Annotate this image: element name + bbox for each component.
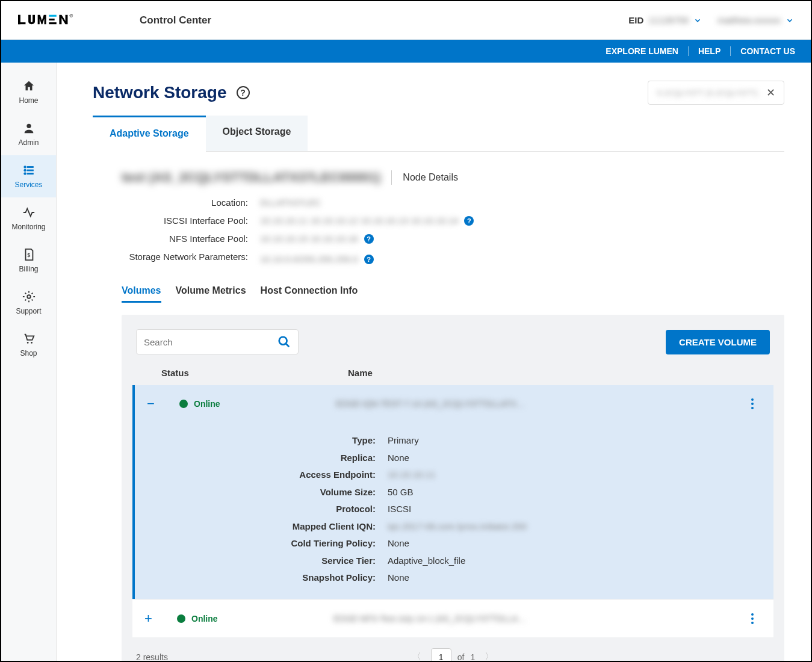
sidebar-item-support[interactable]: Support xyxy=(1,282,56,324)
search-icon[interactable] xyxy=(277,335,291,348)
detail-label: Protocol: xyxy=(147,501,376,518)
search-input[interactable] xyxy=(144,337,277,347)
tab-host-connection[interactable]: Host Connection Info xyxy=(261,280,358,303)
detail-label: Cold Tiering Policy: xyxy=(147,535,376,552)
status-text: Online xyxy=(194,399,220,409)
primary-tabs: Adaptive Storage Object Storage xyxy=(93,116,784,152)
detail-label: Type: xyxy=(147,432,376,450)
sidebar-item-home[interactable]: Home xyxy=(1,71,56,113)
secondary-tabs: Volumes Volume Metrics Host Connection I… xyxy=(122,280,784,303)
svg-rect-8 xyxy=(27,167,33,168)
collapse-icon[interactable]: − xyxy=(147,396,161,412)
status-dot-icon xyxy=(177,614,185,623)
detail-label: Service Tier: xyxy=(147,552,376,570)
prev-page-icon[interactable]: 〈 xyxy=(408,648,425,661)
detail-label: Mapped Client IQN: xyxy=(147,518,376,536)
svg-point-11 xyxy=(23,173,26,175)
sidebar-item-services[interactable]: Services xyxy=(1,155,56,197)
top-header: ® Control Center EID 11128759 matthew.xx… xyxy=(1,1,811,40)
next-page-icon[interactable]: 〉 xyxy=(481,648,498,661)
sidebar-item-label: Monitoring xyxy=(11,223,45,231)
sidebar-item-billing[interactable]: $ Billing xyxy=(1,240,56,282)
val-storage-net: 10.10.0.0/255.255.255.0 xyxy=(260,250,358,268)
svg-text:$: $ xyxy=(27,252,30,258)
sidebar-item-label: Billing xyxy=(19,265,38,273)
activity-icon xyxy=(22,206,36,219)
pagination: 2 results 〈 of 1 〉 xyxy=(132,637,773,661)
val-iscsi: 10.10.10.11 10.10.10.12 10.10.10.13 10.1… xyxy=(260,212,458,230)
svg-line-18 xyxy=(286,344,290,347)
close-icon[interactable]: ✕ xyxy=(766,86,775,99)
detail-label: Access Endpoint: xyxy=(147,466,376,484)
svg-rect-1 xyxy=(18,22,25,24)
sidebar-item-label: Support xyxy=(16,307,41,315)
detail-value: Primary xyxy=(388,432,527,450)
detail-value: iqn.2017-06.com.lynxx.initiator.200 xyxy=(388,518,527,536)
page-of-label: of xyxy=(457,652,465,661)
chevron-down-icon xyxy=(786,16,794,25)
create-volume-button[interactable]: CREATE VOLUME xyxy=(666,330,770,354)
nav-explore[interactable]: EXPLORE LUMEN xyxy=(596,46,689,56)
status-text: Online xyxy=(191,614,218,623)
lumen-logo[interactable]: ® xyxy=(18,13,102,28)
results-count: 2 results xyxy=(136,652,168,661)
info-icon[interactable]: ? xyxy=(464,216,474,226)
svg-rect-10 xyxy=(27,170,33,171)
eid-value: 11128759 xyxy=(648,15,689,25)
tab-volume-metrics[interactable]: Volume Metrics xyxy=(176,280,246,303)
detail-value: None xyxy=(388,569,527,587)
detail-value: ISCSI xyxy=(388,501,527,518)
main-content: Network Storage ? 5-2CQLYSTT (5-2CQLYSTT… xyxy=(57,63,811,661)
eid-selector[interactable]: EID 11128759 xyxy=(628,15,702,25)
svg-point-15 xyxy=(26,342,28,344)
kebab-menu-icon[interactable] xyxy=(743,398,761,409)
svg-rect-12 xyxy=(27,173,33,175)
val-location: DLLATX37LEC xyxy=(260,194,321,212)
chevron-down-icon xyxy=(693,16,702,25)
cart-icon xyxy=(22,332,36,345)
nav-contact[interactable]: CONTACT US xyxy=(731,46,795,56)
page-total: 1 xyxy=(470,652,475,661)
row-name: EDGE-NFS-Test-July-14-1 (AS_2CQLYSTTDLLA… xyxy=(333,614,743,623)
app-title: Control Center xyxy=(140,14,211,26)
svg-rect-4 xyxy=(49,22,56,24)
node-details-block: test (AS_2CQLYSTTDLLATX37LEC00001) Node … xyxy=(93,152,784,280)
svg-point-7 xyxy=(23,166,26,169)
user-name: matthew.xxxxxx xyxy=(717,15,781,25)
sidebar-item-label: Shop xyxy=(20,349,37,357)
kebab-menu-icon[interactable] xyxy=(743,613,761,624)
label-nfs: NFS Interface Pool: xyxy=(122,230,248,248)
sidebar-item-monitoring[interactable]: Monitoring xyxy=(1,197,56,240)
info-icon[interactable]: ? xyxy=(364,234,374,244)
nav-help[interactable]: HELP xyxy=(689,46,731,56)
node-details-link[interactable]: Node Details xyxy=(403,172,458,183)
detail-value: Adaptive_block_file xyxy=(388,552,527,570)
user-icon xyxy=(22,122,36,135)
expand-icon[interactable]: + xyxy=(144,611,159,626)
node-title: test (AS_2CQLYSTTDLLATX37LEC00001) xyxy=(122,170,380,185)
page-input[interactable] xyxy=(431,648,451,661)
tab-adaptive-storage[interactable]: Adaptive Storage xyxy=(93,116,206,152)
svg-rect-2 xyxy=(49,14,56,16)
row-name: EDGE-IQN-TEST-7-14 (AS_2CQLYSTTDLLATX… xyxy=(336,399,743,409)
svg-rect-3 xyxy=(49,18,54,20)
svg-point-16 xyxy=(31,342,33,344)
info-icon[interactable]: ? xyxy=(364,255,374,264)
sidebar-item-label: Admin xyxy=(18,138,39,147)
svg-text:®: ® xyxy=(70,13,73,19)
sidebar-item-label: Services xyxy=(14,181,42,189)
svg-point-9 xyxy=(23,169,26,172)
help-icon[interactable]: ? xyxy=(237,86,250,99)
tab-object-storage[interactable]: Object Storage xyxy=(206,116,308,151)
status-dot-icon xyxy=(179,400,188,408)
table-row: + Online EDGE-NFS-Test-July-14-1 (AS_2CQ… xyxy=(132,600,773,637)
billing-icon: $ xyxy=(22,248,36,261)
sidebar-item-admin[interactable]: Admin xyxy=(1,113,56,155)
sidebar-item-shop[interactable]: Shop xyxy=(1,324,56,366)
col-status: Status xyxy=(161,368,348,378)
detail-value: 50 GB xyxy=(388,484,527,501)
tab-volumes[interactable]: Volumes xyxy=(122,280,161,303)
filter-chip: 5-2CQLYSTT (5-2CQLYSTT) ✕ xyxy=(648,81,784,105)
user-selector[interactable]: matthew.xxxxxx xyxy=(717,15,794,25)
col-name: Name xyxy=(348,368,773,378)
